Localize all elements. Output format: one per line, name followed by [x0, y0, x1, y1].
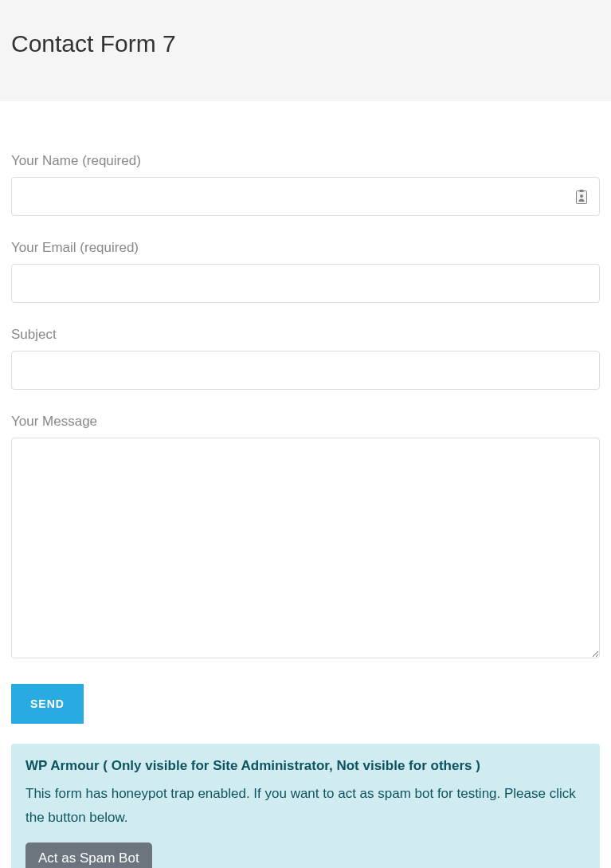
name-field-group: Your Name (required) — [11, 153, 600, 216]
email-field-group: Your Email (required) — [11, 240, 600, 303]
header-bar: Contact Form 7 — [0, 0, 611, 101]
subject-input[interactable] — [11, 351, 600, 390]
page-title: Contact Form 7 — [11, 30, 600, 57]
name-input-wrapper — [11, 177, 600, 216]
name-input[interactable] — [11, 177, 600, 216]
email-label: Your Email (required) — [11, 240, 600, 256]
name-label: Your Name (required) — [11, 153, 600, 169]
message-field-group: Your Message — [11, 414, 600, 662]
contact-form: Your Name (required) Your Email (require… — [0, 101, 611, 868]
send-button[interactable]: SEND — [11, 684, 84, 724]
admin-notice: WP Armour ( Only visible for Site Admini… — [11, 744, 600, 868]
subject-field-group: Subject — [11, 327, 600, 390]
email-input[interactable] — [11, 264, 600, 303]
admin-notice-title: WP Armour ( Only visible for Site Admini… — [25, 758, 586, 774]
message-label: Your Message — [11, 414, 600, 430]
message-textarea[interactable] — [11, 438, 600, 658]
admin-notice-text: This form has honeypot trap enabled. If … — [25, 782, 586, 830]
spam-bot-button[interactable]: Act as Spam Bot — [25, 842, 152, 869]
subject-label: Subject — [11, 327, 600, 343]
